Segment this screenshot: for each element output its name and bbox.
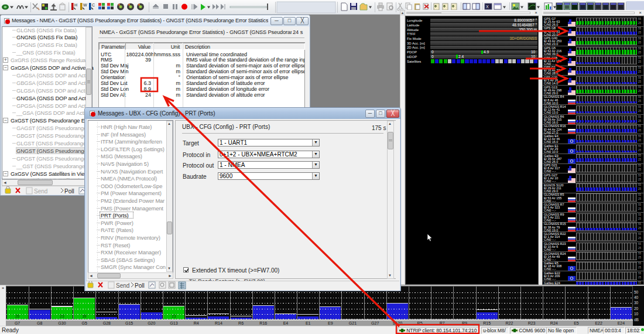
- svg-text:H: H: [74, 3, 77, 7]
- svg-text:X: X: [486, 5, 489, 9]
- svg-text:W: W: [83, 3, 87, 7]
- svg-text:Poll: Poll: [135, 282, 145, 289]
- svg-text:C: C: [92, 3, 95, 7]
- svg-text:Poll: Poll: [64, 188, 74, 195]
- svg-text:Send: Send: [34, 188, 47, 195]
- svg-text:Send: Send: [116, 282, 129, 289]
